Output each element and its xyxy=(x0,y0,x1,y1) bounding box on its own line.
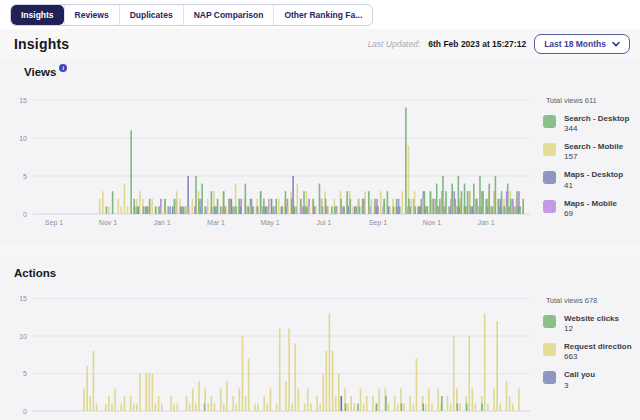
date-range-label: Last 18 Months xyxy=(544,39,606,49)
legend-swatch xyxy=(543,143,556,156)
legend-swatch xyxy=(543,315,556,328)
legend-value: 12 xyxy=(564,324,619,333)
legend-value: 663 xyxy=(564,352,632,361)
views-legend: Total views 611 Search - Desktop344Searc… xyxy=(543,96,638,227)
legend-value: 3 xyxy=(564,381,595,390)
tab-nap-comparison[interactable]: NAP Comparison xyxy=(183,5,274,25)
legend-item: Maps - Mobile69 xyxy=(543,199,638,218)
svg-text:Jan 1: Jan 1 xyxy=(153,219,170,226)
svg-text:Mar 1: Mar 1 xyxy=(207,219,225,226)
legend-label: Call you xyxy=(564,370,595,379)
legend-swatch xyxy=(543,115,556,128)
tab-bar: InsightsReviewsDuplicatesNAP ComparisonO… xyxy=(10,4,373,26)
views-total: Total views 611 xyxy=(546,96,638,105)
svg-text:0: 0 xyxy=(23,211,27,218)
legend-value: 41 xyxy=(564,181,623,190)
legend-item: Maps - Desktop41 xyxy=(543,170,638,189)
legend-swatch xyxy=(543,200,556,213)
tab-duplicates[interactable]: Duplicates xyxy=(119,5,183,25)
legend-label: Request direction xyxy=(564,342,632,351)
svg-text:10: 10 xyxy=(19,135,27,142)
svg-text:15: 15 xyxy=(19,97,27,104)
svg-text:Nov 1: Nov 1 xyxy=(423,219,441,226)
views-chart: 051015Sep 1Nov 1Jan 1Mar 1May 1Jul 1Sep … xyxy=(0,86,540,238)
tab-reviews[interactable]: Reviews xyxy=(64,5,119,25)
legend-swatch xyxy=(543,343,556,356)
views-section: Views i 051015Sep 1Nov 1Jan 1Mar 1May 1J… xyxy=(0,58,640,244)
legend-swatch xyxy=(543,371,556,384)
legend-item: Search - Mobile157 xyxy=(543,142,638,161)
legend-value: 344 xyxy=(564,124,629,133)
svg-text:0: 0 xyxy=(23,408,27,415)
tab-other-ranking-fa[interactable]: Other Ranking Fa... xyxy=(273,5,372,25)
legend-label: Search - Mobile xyxy=(564,142,623,151)
actions-title-text: Actions xyxy=(14,267,56,279)
actions-section: Actions 051015 Total views 678 Website c… xyxy=(0,256,640,420)
legend-value: 157 xyxy=(564,152,623,161)
info-icon[interactable]: i xyxy=(59,64,67,72)
tab-insights[interactable]: Insights xyxy=(11,5,64,25)
actions-total: Total views 678 xyxy=(546,296,638,305)
svg-text:5: 5 xyxy=(23,173,27,180)
svg-text:Sep 1: Sep 1 xyxy=(45,219,63,227)
legend-item: Request direction663 xyxy=(543,342,638,361)
actions-legend: Total views 678 Website clicks12Request … xyxy=(543,296,638,399)
svg-text:Sep 1: Sep 1 xyxy=(369,219,387,227)
svg-text:Nov 1: Nov 1 xyxy=(99,219,117,226)
chevron-down-icon xyxy=(612,42,620,47)
legend-label: Maps - Desktop xyxy=(564,170,623,179)
page-title: Insights xyxy=(14,36,69,52)
svg-text:Jul 1: Jul 1 xyxy=(317,219,332,226)
svg-text:5: 5 xyxy=(23,370,27,377)
legend-item: Website clicks12 xyxy=(543,314,638,333)
legend-item: Search - Desktop344 xyxy=(543,114,638,133)
legend-item: Call you3 xyxy=(543,370,638,389)
actions-section-title: Actions xyxy=(14,267,56,279)
svg-text:15: 15 xyxy=(19,295,27,302)
svg-text:10: 10 xyxy=(19,333,27,340)
svg-text:Jan 1: Jan 1 xyxy=(477,219,494,226)
views-section-title: Views i xyxy=(24,66,67,78)
last-updated-label: Last Updated: xyxy=(367,39,420,49)
actions-chart: 051015 xyxy=(0,288,540,420)
svg-text:May 1: May 1 xyxy=(260,219,279,227)
last-updated-value: 6th Feb 2023 at 15:27:12 xyxy=(428,39,526,49)
legend-label: Website clicks xyxy=(564,314,619,323)
legend-swatch xyxy=(543,171,556,184)
date-range-dropdown[interactable]: Last 18 Months xyxy=(534,34,630,54)
top-tab-strip: InsightsReviewsDuplicatesNAP ComparisonO… xyxy=(0,0,640,29)
page-header: Insights Last Updated: 6th Feb 2023 at 1… xyxy=(0,34,640,60)
views-title-text: Views xyxy=(24,66,56,78)
legend-label: Search - Desktop xyxy=(564,114,629,123)
legend-value: 69 xyxy=(564,209,617,218)
legend-label: Maps - Mobile xyxy=(564,199,617,208)
